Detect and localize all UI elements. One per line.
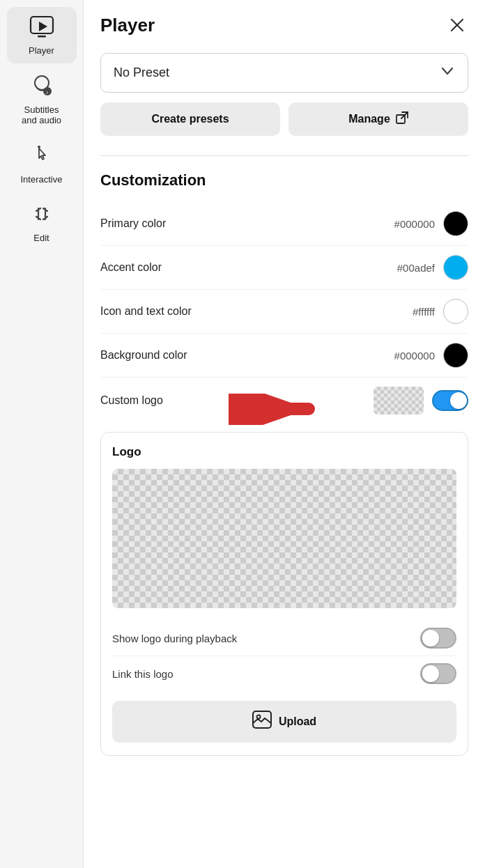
background-color-hex: #000000	[394, 350, 435, 362]
create-presets-label: Create presets	[151, 113, 229, 125]
background-color-row: Background color #000000	[100, 334, 468, 378]
primary-color-label: Primary color	[100, 217, 166, 230]
interactive-icon	[29, 143, 54, 171]
logo-preview-area	[112, 469, 456, 608]
background-color-right: #000000	[394, 343, 468, 368]
logo-thumbnail	[374, 387, 424, 414]
header: Player	[100, 14, 468, 36]
manage-button[interactable]: Manage	[288, 102, 468, 136]
icon-text-color-swatch[interactable]	[443, 299, 468, 324]
upload-icon	[252, 711, 272, 733]
section-divider	[100, 155, 468, 156]
icon-text-color-label: Icon and text color	[100, 305, 192, 318]
action-buttons: Create presets Manage	[100, 102, 468, 136]
player-icon	[29, 14, 54, 42]
arrow-annotation	[229, 394, 319, 428]
custom-logo-toggle[interactable]	[432, 390, 468, 411]
icon-text-color-right: #ffffff	[413, 299, 468, 324]
show-logo-toggle[interactable]	[420, 628, 456, 649]
edit-icon	[29, 201, 54, 230]
close-button[interactable]	[446, 14, 468, 36]
primary-color-right: #000000	[394, 211, 468, 236]
custom-logo-right	[374, 387, 468, 414]
link-logo-toggle-knob	[422, 665, 439, 682]
svg-point-6	[38, 146, 40, 148]
svg-text:♪: ♪	[45, 89, 48, 95]
upload-label: Upload	[279, 715, 316, 728]
custom-logo-toggle-knob	[450, 392, 467, 409]
primary-color-swatch[interactable]	[443, 211, 468, 236]
svg-rect-13	[253, 711, 271, 728]
accent-color-hex: #00adef	[397, 262, 435, 274]
background-color-swatch[interactable]	[443, 343, 468, 368]
show-logo-label: Show logo during playback	[112, 633, 237, 644]
upload-button[interactable]: Upload	[112, 701, 456, 743]
accent-color-swatch[interactable]	[443, 255, 468, 280]
link-logo-label: Link this logo	[112, 668, 174, 680]
sidebar-item-subtitles[interactable]: ♪ Subtitlesand audio	[7, 66, 77, 133]
primary-color-row: Primary color #000000	[100, 202, 468, 246]
accent-color-row: Accent color #00adef	[100, 246, 468, 290]
preset-dropdown-label: No Preset	[114, 65, 169, 80]
main-content: Player No Preset Create presets	[84, 0, 485, 868]
svg-rect-2	[38, 36, 46, 38]
chevron-down-icon	[440, 63, 455, 82]
logo-card: Logo Show logo during playback Link this…	[100, 432, 468, 756]
custom-logo-row: Custom logo	[100, 378, 468, 424]
sidebar-item-interactive[interactable]: Interactive	[7, 136, 77, 192]
sidebar-item-subtitles-label: Subtitlesand audio	[22, 104, 61, 126]
svg-marker-1	[39, 22, 47, 31]
accent-color-label: Accent color	[100, 261, 162, 274]
custom-logo-label: Custom logo	[100, 394, 163, 407]
subtitles-icon: ♪	[29, 73, 54, 102]
primary-color-hex: #000000	[394, 218, 435, 230]
icon-text-color-hex: #ffffff	[413, 306, 435, 318]
sidebar-item-edit[interactable]: Edit	[7, 194, 77, 251]
customization-title: Customization	[100, 171, 468, 189]
show-logo-row: Show logo during playback	[112, 621, 456, 656]
link-logo-toggle[interactable]	[420, 663, 456, 684]
sidebar: Player ♪ Subtitlesand audio Interactive	[0, 0, 84, 868]
sidebar-item-edit-label: Edit	[33, 233, 49, 244]
link-logo-row: Link this logo	[112, 656, 456, 691]
preset-dropdown[interactable]: No Preset	[100, 53, 468, 93]
sidebar-item-player[interactable]: Player	[7, 7, 77, 63]
sidebar-item-interactive-label: Interactive	[21, 174, 63, 185]
show-logo-toggle-knob	[422, 630, 439, 646]
sidebar-item-player-label: Player	[29, 45, 54, 56]
page-title: Player	[100, 15, 155, 36]
create-presets-button[interactable]: Create presets	[100, 102, 280, 136]
external-link-icon	[396, 111, 408, 127]
svg-point-14	[256, 715, 260, 719]
icon-text-color-row: Icon and text color #ffffff	[100, 290, 468, 334]
logo-card-title: Logo	[112, 445, 456, 459]
background-color-label: Background color	[100, 349, 187, 362]
accent-color-right: #00adef	[397, 255, 468, 280]
customization-section: Customization Primary color #000000 Acce…	[100, 171, 468, 424]
manage-label: Manage	[348, 113, 390, 125]
